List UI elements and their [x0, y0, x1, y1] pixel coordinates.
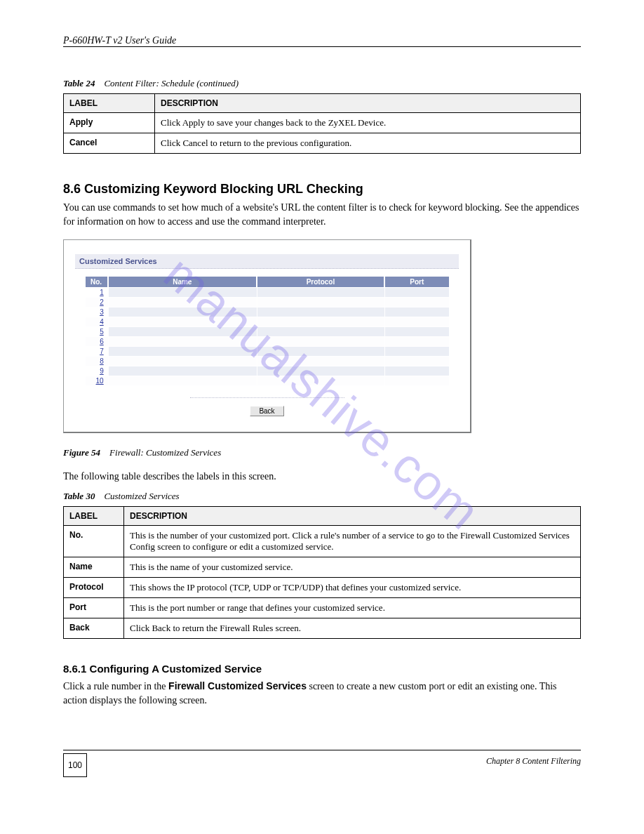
t2r3d: This is the port number or range that de… [124, 597, 581, 618]
t2r4d: Click Back to return the Firewall Rules … [124, 618, 581, 638]
figure-text: Firewall: Customized Services [109, 447, 221, 458]
row-link-8[interactable]: 8 [100, 357, 104, 365]
row-link-7[interactable]: 7 [100, 348, 104, 355]
row-link-3[interactable]: 3 [100, 308, 104, 316]
subsection-title: Configuring A Customized Service [90, 663, 262, 675]
t2r0d: This is the number of your customized po… [124, 525, 581, 557]
row-link-6[interactable]: 6 [100, 338, 104, 345]
table-row: PortThis is the port number or range tha… [64, 597, 581, 618]
table-row: BackClick Back to return the Firewall Ru… [64, 618, 581, 638]
table24-text: Content Filter: Schedule (continued) [104, 78, 239, 88]
row-link-9[interactable]: 9 [100, 367, 104, 375]
divider [190, 397, 344, 398]
col-name: Name [109, 277, 257, 287]
col-no: No. [86, 277, 108, 287]
back-button[interactable]: Back [250, 406, 283, 416]
figure-prefix: Figure 54 [63, 447, 100, 458]
embedded-ui-panel: Customized Services No. Name Protocol Po… [63, 239, 471, 433]
table-caption-24: Table 24 Content Filter: Schedule (conti… [63, 78, 581, 89]
t2r0l: No. [64, 525, 124, 557]
header-rule [63, 46, 581, 47]
section-paragraph: You can use commands to set how much of … [63, 201, 581, 230]
customized-services-table: No. Name Protocol Port 1 2 3 4 5 6 7 8 9… [85, 276, 450, 386]
table-row: 6 [86, 337, 449, 346]
tbl2-head-label: LABEL [64, 506, 124, 525]
table-row: Apply Click Apply to save your changes b… [64, 113, 581, 133]
table-row: 2 [86, 298, 449, 307]
tbl1-head-label: LABEL [64, 94, 155, 113]
table-row: No.This is the number of your customized… [64, 525, 581, 557]
page-number-box: 100 [63, 753, 87, 777]
table-caption-30: Table 30 Customized Services [63, 491, 581, 502]
subsection-num: 8.6.1 [63, 663, 86, 675]
row-link-5[interactable]: 5 [100, 328, 104, 336]
table-row: 5 [86, 327, 449, 336]
col-port: Port [385, 277, 449, 287]
table24-prefix: Table 24 [63, 78, 95, 88]
t2r1d: This is the name of your customized serv… [124, 557, 581, 577]
subsection-paragraph: Click a rule number in the Firewall Cust… [63, 679, 581, 708]
tbl2-head-desc: DESCRIPTION [124, 506, 581, 525]
footer-rule: 100 Chapter 8 Content Filtering [63, 750, 581, 767]
tbl1-r1-desc: Click Cancel to return to the previous c… [155, 133, 581, 154]
t2r2l: Protocol [64, 577, 124, 597]
desc-paragraph: The following table describes the labels… [63, 470, 581, 484]
section-title: Customizing Keyword Blocking URL Checkin… [84, 182, 363, 196]
tbl1-r0-label: Apply [64, 113, 155, 133]
table-row: Cancel Click Cancel to return to the pre… [64, 133, 581, 154]
subsection-heading-8-6-1: 8.6.1 Configuring A Customized Service [63, 663, 581, 675]
figure-caption: Figure 54 Firewall: Customized Services [63, 447, 581, 458]
doc-header-title: P-660HW-T v2 User's Guide [63, 35, 581, 46]
table30-text: Customized Services [104, 491, 179, 501]
row-link-1[interactable]: 1 [100, 289, 104, 296]
table-row: 4 [86, 317, 449, 326]
row-link-10[interactable]: 10 [96, 377, 104, 385]
table30-prefix: Table 30 [63, 491, 95, 501]
section-num: 8.6 [63, 182, 81, 196]
sub-p1: Click a rule number in the [63, 681, 168, 691]
table-row: 3 [86, 307, 449, 317]
table-row: 8 [86, 357, 449, 366]
row-link-4[interactable]: 4 [100, 318, 104, 326]
table-row: 7 [86, 347, 449, 356]
table-row: 9 [86, 366, 449, 376]
panel-heading: Customized Services [75, 254, 459, 269]
table-row: NameThis is the name of your customized … [64, 557, 581, 577]
t2r1l: Name [64, 557, 124, 577]
table-row: 1 [86, 288, 449, 297]
tbl1-r1-label: Cancel [64, 133, 155, 154]
table-row: ProtocolThis shows the IP protocol (TCP,… [64, 577, 581, 597]
button-desc-table: LABEL DESCRIPTION Apply Click Apply to s… [63, 93, 581, 154]
tbl1-r0-desc: Click Apply to save your changes back to… [155, 113, 581, 133]
t2r2d: This shows the IP protocol (TCP, UDP or … [124, 577, 581, 597]
tbl1-head-desc: DESCRIPTION [155, 94, 581, 113]
t2r3l: Port [64, 597, 124, 618]
row-link-2[interactable]: 2 [100, 298, 104, 306]
section-heading-8-6: 8.6 Customizing Keyword Blocking URL Che… [63, 182, 581, 197]
footer-chapter: Chapter 8 Content Filtering [486, 756, 581, 766]
sub-p2: Firewall Customized Services [168, 680, 307, 691]
col-protocol: Protocol [257, 277, 384, 287]
t2r4l: Back [64, 618, 124, 638]
table-row: 10 [86, 376, 449, 385]
fields-desc-table: LABEL DESCRIPTION No.This is the number … [63, 506, 581, 639]
